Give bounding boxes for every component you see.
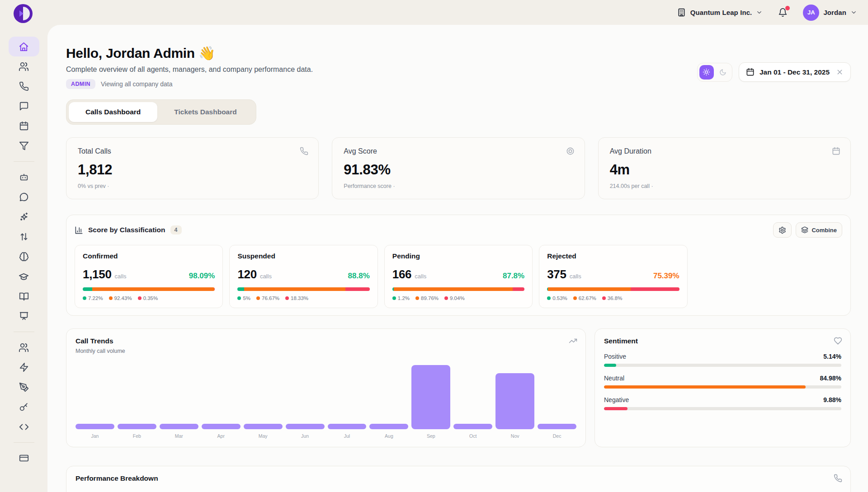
stat-title: Avg Score: [344, 147, 573, 155]
sidebar-item-access[interactable]: [9, 397, 39, 417]
user-menu[interactable]: JA Jordan: [803, 5, 857, 21]
sentiment-bar-fill: [604, 364, 616, 367]
book-open-icon: [19, 291, 29, 301]
app-logo[interactable]: [13, 4, 33, 23]
dark-theme-button[interactable]: [716, 65, 730, 80]
sidebar-item-chat[interactable]: [9, 187, 39, 207]
chart-column: [369, 424, 408, 429]
bar-sep[interactable]: [411, 365, 450, 429]
bar-aug[interactable]: [369, 424, 408, 429]
legend-neutral: 62.67%: [573, 295, 596, 301]
sidebar-item-calls[interactable]: [9, 76, 39, 96]
sidebar-item-filters[interactable]: [9, 136, 39, 156]
sentiment-row-negative: Negative 9.88%: [604, 396, 841, 410]
classification-progress-bar: [83, 287, 215, 291]
call-trends-card: Call Trends Monthly call volume JanFebMa…: [66, 328, 586, 447]
negative-dot-icon: [444, 296, 448, 300]
chart-column: [453, 424, 492, 429]
sentiment-value: 9.88%: [823, 396, 841, 403]
date-range-picker[interactable]: Jan 01 - Dec 31, 2025: [739, 62, 851, 82]
chart-x-label: Sep: [411, 433, 450, 439]
clear-date-icon[interactable]: [836, 68, 844, 76]
sidebar-item-transfers[interactable]: [9, 227, 39, 247]
chart-x-label: Jan: [75, 433, 114, 439]
chart-column: [75, 424, 114, 429]
chart-x-label: Feb: [118, 433, 156, 439]
target-icon: [566, 147, 575, 155]
sentiment-label: Negative: [604, 396, 629, 403]
arrows-up-down-icon: [19, 232, 29, 242]
company-name: Quantum Leap Inc.: [690, 9, 752, 16]
sidebar-item-design[interactable]: [9, 377, 39, 397]
classification-score: 87.8%: [503, 272, 524, 281]
home-icon: [19, 42, 29, 52]
bar-chart-icon: [75, 226, 83, 234]
sidebar-item-developer[interactable]: [9, 417, 39, 437]
building-icon: [677, 8, 686, 17]
classification-calls-suffix: calls: [415, 273, 426, 280]
sidebar-item-bot[interactable]: [9, 167, 39, 187]
sentiment-bar-fill: [604, 407, 627, 410]
classification-progress-bar: [547, 287, 679, 291]
light-theme-button[interactable]: [699, 65, 714, 80]
filter-icon: [19, 141, 29, 151]
section-title: Score by Classification: [88, 226, 165, 234]
sidebar-item-team[interactable]: [9, 337, 39, 357]
moon-icon: [719, 69, 726, 76]
sentiment-value: 5.14%: [823, 353, 841, 360]
bar-jun[interactable]: [286, 424, 325, 429]
bar-oct[interactable]: [453, 424, 492, 429]
combine-button[interactable]: Combine: [796, 222, 842, 238]
call-trends-chart: [75, 361, 576, 429]
classification-settings-button[interactable]: [773, 222, 792, 238]
trending-up-icon: [569, 337, 577, 345]
bar-may[interactable]: [244, 424, 283, 429]
stat-title: Total Calls: [78, 147, 307, 155]
bar-dec[interactable]: [538, 424, 576, 429]
sentiment-row-neutral: Neutral 84.98%: [604, 375, 841, 389]
sidebar-item-users[interactable]: [9, 56, 39, 76]
role-note: Viewing all company data: [101, 80, 173, 88]
stat-subtext: 214.00s per call ·: [610, 183, 839, 189]
sidebar-item-presentation[interactable]: [9, 306, 39, 326]
segment-neutral: [244, 287, 345, 291]
chart-x-label: Nov: [495, 433, 534, 439]
role-badge: ADMIN: [66, 79, 95, 89]
classification-calls-suffix: calls: [115, 273, 127, 280]
segment-negative: [345, 287, 370, 291]
segment-negative: [214, 287, 215, 291]
notifications-button[interactable]: [778, 8, 788, 17]
classification-card-rejected: Rejected 375 calls 75.39% 0.53% 62.67% 3…: [539, 245, 687, 308]
sidebar-item-library[interactable]: [9, 286, 39, 306]
sidebar-item-messages[interactable]: [9, 96, 39, 116]
sidebar-divider: [14, 332, 34, 332]
bar-mar[interactable]: [160, 424, 198, 429]
performance-breakdown-card: Performance Breakdown Total Calls Active…: [66, 466, 851, 492]
credit-card-icon: [19, 453, 29, 463]
classification-score: 98.09%: [189, 272, 215, 281]
legend-neutral: 76.67%: [256, 295, 279, 301]
bar-feb[interactable]: [118, 424, 156, 429]
bar-jan[interactable]: [75, 424, 114, 429]
sidebar-item-automations[interactable]: [9, 357, 39, 377]
zap-icon: [19, 362, 29, 372]
legend-negative: 0.35%: [138, 295, 158, 301]
legend-negative: 9.04%: [444, 295, 465, 301]
sidebar-item-home[interactable]: [9, 37, 39, 56]
classification-calls: 375: [547, 267, 566, 281]
bar-jul[interactable]: [328, 424, 367, 429]
calendar-icon: [746, 68, 755, 76]
sidebar-item-calendar[interactable]: [9, 116, 39, 136]
call-trends-x-labels: JanFebMarAprMayJunJulAugSepOctNovDec: [75, 433, 576, 439]
sidebar-item-ai[interactable]: [9, 207, 39, 227]
positive-dot-icon: [237, 296, 241, 300]
classification-card-pending: Pending 166 calls 87.8% 1.2% 89.76% 9.04…: [384, 245, 533, 308]
sidebar-item-insights[interactable]: [9, 247, 39, 267]
tab-calls-dashboard[interactable]: Calls Dashboard: [69, 102, 157, 122]
bar-nov[interactable]: [495, 373, 534, 429]
company-selector[interactable]: Quantum Leap Inc.: [677, 8, 763, 17]
sidebar-item-training[interactable]: [9, 267, 39, 286]
bar-apr[interactable]: [202, 424, 241, 429]
sidebar-item-billing[interactable]: [9, 448, 39, 468]
tab-tickets-dashboard[interactable]: Tickets Dashboard: [157, 102, 253, 122]
